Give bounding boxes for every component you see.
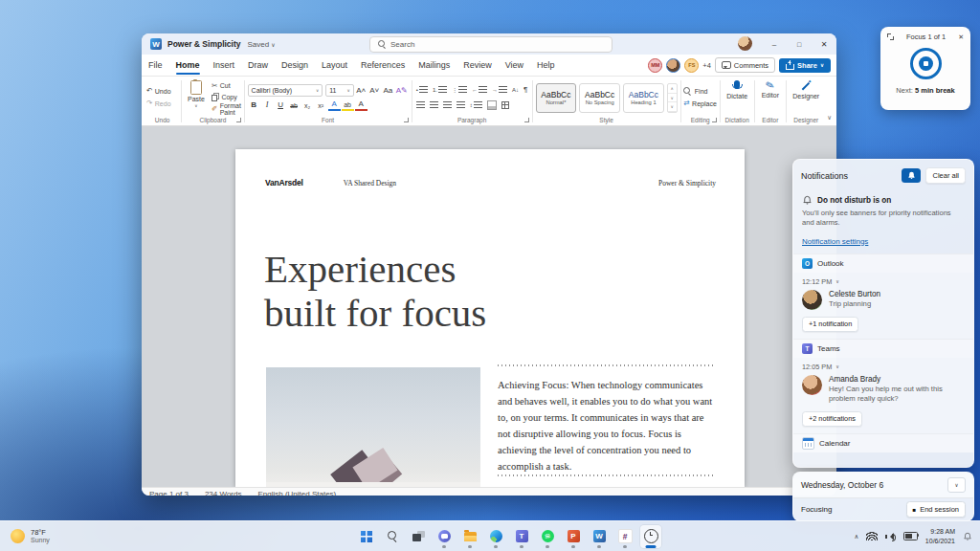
minimize-button[interactable]: – (762, 33, 787, 55)
dictate-button[interactable]: Dictate (724, 79, 750, 115)
focus-stop-button[interactable] (919, 56, 933, 71)
document-page[interactable]: VanArsdel VA Shared Design Power & Simpl… (235, 149, 745, 487)
style-no-spacing[interactable]: AaBbCc No Spacing (579, 83, 620, 113)
start-button[interactable] (356, 525, 377, 548)
maximize-button[interactable]: □ (787, 33, 812, 55)
teams-group-header[interactable]: T Teams (793, 339, 973, 358)
collaborator-badge-fs[interactable]: FS (684, 58, 699, 73)
format-painter-button[interactable]: ✐ Format Paint (212, 103, 241, 114)
replace-button[interactable]: ⇄ Replace (683, 99, 717, 109)
tray-overflow-chevron-icon[interactable]: ∧ (854, 533, 858, 540)
font-color-button[interactable]: A (355, 98, 368, 111)
copy-button[interactable]: Copy (212, 92, 241, 102)
bold-button[interactable]: B (248, 99, 260, 110)
expand-icon[interactable] (887, 33, 894, 40)
tab-draw[interactable]: Draw (241, 55, 275, 76)
account-avatar[interactable] (738, 36, 752, 51)
chat-button[interactable] (434, 525, 455, 548)
saved-chevron-icon[interactable]: ∨ (271, 41, 275, 48)
search-input[interactable]: Search (369, 36, 612, 53)
collaborator-badge-mm[interactable]: MM (648, 58, 662, 73)
collaborator-avatar[interactable] (666, 58, 680, 73)
tab-view[interactable]: View (499, 55, 530, 76)
find-button[interactable]: Find (683, 86, 717, 97)
redo-button[interactable]: ↷ Redo (146, 99, 178, 109)
tab-mailings[interactable]: Mailings (412, 55, 457, 76)
style-normal[interactable]: AaBbCc Normal* (536, 83, 577, 113)
paste-button[interactable]: Paste ∨ (185, 79, 208, 115)
sort-button[interactable]: A↓ (510, 84, 520, 96)
styles-scroll-up[interactable]: ∧ (668, 84, 677, 94)
subscript-button[interactable]: x₂ (301, 99, 314, 110)
styles-gallery-expand[interactable]: ∨ (668, 102, 677, 112)
page-indicator[interactable]: Page 1 of 3 (149, 490, 189, 496)
language-indicator[interactable]: English (United States) (257, 490, 336, 496)
clipboard-launcher-icon[interactable] (236, 118, 241, 122)
end-session-button[interactable]: ■ End session (906, 501, 966, 518)
calendar-collapse-button[interactable]: ∨ (947, 477, 966, 493)
tab-file[interactable]: File (142, 55, 169, 76)
multilevel-list-button[interactable]: ⋮ (450, 84, 468, 96)
decrease-indent-button[interactable]: ← (470, 84, 488, 96)
show-marks-button[interactable]: ¶ (523, 84, 529, 96)
tab-insert[interactable]: Insert (207, 55, 242, 76)
powerpoint-button[interactable]: P (563, 525, 584, 548)
tab-home[interactable]: Home (169, 55, 207, 76)
styles-scroll-down[interactable]: ∨ (668, 94, 677, 103)
file-explorer-button[interactable] (459, 525, 480, 548)
paragraph-launcher-icon[interactable] (524, 118, 529, 122)
collaborators-more[interactable]: +4 (702, 61, 711, 70)
calendar-group-header[interactable]: Calendar (793, 433, 973, 452)
edge-button[interactable] (485, 525, 506, 548)
taskbar-search-button[interactable] (382, 525, 403, 548)
tray-clock[interactable]: 9:28 AM 10/6/2021 (925, 527, 955, 544)
borders-button[interactable] (500, 99, 510, 111)
bullets-button[interactable]: • (414, 84, 429, 96)
tab-layout[interactable]: Layout (315, 55, 354, 76)
text-effects-button[interactable]: A (328, 98, 341, 111)
justify-button[interactable] (455, 99, 466, 111)
outlook-group-header[interactable]: O Outlook (793, 253, 973, 273)
shading-button[interactable] (485, 99, 498, 111)
tab-help[interactable]: Help (530, 55, 562, 76)
line-spacing-button[interactable]: ↕ (468, 99, 483, 111)
volume-icon[interactable] (885, 532, 896, 540)
underline-button[interactable]: U (275, 99, 287, 110)
font-launcher-icon[interactable] (404, 118, 409, 122)
word-button[interactable]: W (589, 525, 610, 548)
task-view-button[interactable] (408, 525, 429, 548)
notification-settings-link[interactable]: Notification settings (802, 237, 868, 246)
undo-button[interactable]: ↶ Undo (146, 86, 178, 97)
font-name-select[interactable]: Calibri (Body)∨ (248, 84, 323, 97)
collapse-chevron-icon[interactable]: ∨ (835, 278, 839, 284)
focus-close-icon[interactable]: ✕ (958, 33, 964, 41)
italic-button[interactable]: I (261, 99, 274, 110)
align-center-button[interactable] (428, 99, 439, 111)
grow-font-button[interactable]: A˄ (355, 84, 368, 96)
designer-button[interactable]: Designer (790, 79, 822, 115)
change-case-button[interactable]: Aa (382, 84, 394, 96)
more-notifications-badge[interactable]: +1 notification (802, 317, 858, 332)
notification-center-icon[interactable] (963, 532, 972, 541)
numbering-button[interactable]: 1. (431, 84, 448, 96)
word-count[interactable]: 234 Words (205, 490, 242, 496)
outlook-notification[interactable]: 12:12 PM ∨ Celeste Burton Trip planning … (793, 273, 973, 339)
collapse-ribbon-icon[interactable]: ∨ (825, 114, 836, 125)
clear-all-button[interactable]: Clear all (925, 167, 966, 184)
increase-indent-button[interactable]: → (490, 84, 508, 96)
close-button[interactable]: ✕ (812, 33, 836, 55)
tab-references[interactable]: References (354, 55, 412, 76)
clock-app-button[interactable] (640, 525, 661, 548)
tab-design[interactable]: Design (275, 55, 315, 76)
share-button[interactable]: Share ∨ (779, 58, 831, 73)
spotify-button[interactable]: ≋ (537, 525, 558, 548)
font-size-select[interactable]: 11∨ (325, 84, 354, 97)
tab-review[interactable]: Review (457, 55, 499, 76)
align-right-button[interactable] (441, 99, 453, 111)
teams-notification[interactable]: 12:05 PM ∨ Amanda Brady Hey! Can you hel… (793, 358, 973, 433)
editor-button[interactable]: ✎ Editor (759, 79, 782, 115)
comments-button[interactable]: Comments (715, 57, 775, 73)
do-not-disturb-toggle[interactable] (902, 168, 921, 183)
align-left-button[interactable] (414, 99, 426, 111)
superscript-button[interactable]: x² (315, 99, 327, 110)
